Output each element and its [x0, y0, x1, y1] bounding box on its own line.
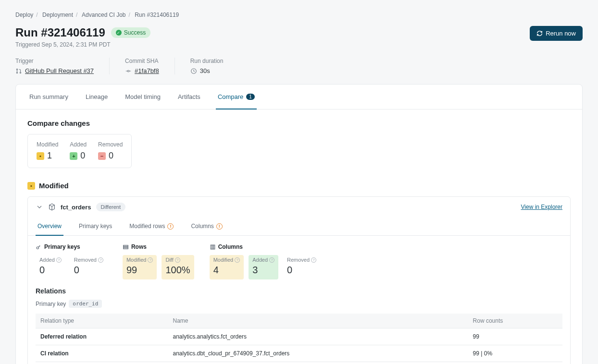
page-title: Run #321406119 [15, 26, 105, 39]
svg-rect-11 [213, 245, 214, 249]
summary-removed-label: Removed [98, 141, 123, 148]
trigger-label: Trigger [15, 58, 94, 64]
refresh-icon [536, 30, 543, 36]
breadcrumb: Deploy/ Deployment/ Advanced CI Job/ Run… [15, 12, 583, 18]
removed-icon: − [98, 152, 106, 160]
help-icon[interactable]: ? [311, 257, 316, 263]
rows-group-title: Rows [131, 243, 147, 250]
commit-link[interactable]: #1fa7bf8 [135, 67, 159, 74]
chevron-down-icon[interactable] [36, 203, 43, 211]
compare-count-badge: 1 [246, 94, 255, 100]
pk-removed-value: 0 [74, 265, 103, 276]
inner-tab-primary-keys[interactable]: Primary keys [77, 217, 114, 235]
modified-icon: • [37, 152, 44, 160]
svg-point-5 [37, 246, 38, 248]
crumb-deploy[interactable]: Deploy [15, 12, 33, 18]
svg-rect-6 [124, 245, 128, 246]
inner-tab-overview[interactable]: Overview [36, 217, 63, 235]
diff-pill: Different [96, 203, 125, 211]
crumb-deployment[interactable]: Deployment [42, 12, 73, 18]
help-icon[interactable]: ? [269, 257, 274, 263]
table-row: CI relation analytics.dbt_cloud_pr_67490… [36, 345, 562, 362]
clock-icon [190, 68, 197, 74]
model-tabs: Overview Primary keys Modified rows ! Co… [28, 217, 570, 236]
table-row: Deferred relation analytics.analytics.fc… [36, 328, 562, 345]
commit-icon [125, 68, 132, 74]
th-name: Name [168, 314, 468, 328]
svg-rect-10 [212, 245, 213, 249]
crumb-run: Run #321406119 [135, 12, 179, 18]
help-icon[interactable]: ? [98, 257, 103, 263]
view-in-explorer-link[interactable]: View in Explorer [521, 204, 562, 210]
crumb-job[interactable]: Advanced CI Job [82, 12, 125, 18]
rerun-button[interactable]: Rerun now [530, 26, 583, 41]
status-badge: ✓ Success [111, 27, 150, 38]
model-name: fct_orders [61, 204, 91, 211]
summary-added-value: 0 [80, 151, 85, 161]
cols-removed-value: 0 [287, 265, 316, 276]
help-icon[interactable]: ? [148, 257, 153, 263]
inner-tab-modified-rows[interactable]: Modified rows ! [127, 217, 175, 235]
tab-artifacts[interactable]: Artifacts [176, 85, 202, 109]
pk-added-value: 0 [39, 265, 62, 276]
page-tabs: Run summary Lineage Model timing Artifac… [16, 85, 582, 109]
pk-label: Primary key [36, 301, 66, 307]
svg-rect-9 [211, 245, 212, 249]
summary-added-label: Added [70, 141, 87, 148]
modified-section-header: • Modified [27, 182, 571, 190]
modified-icon: • [27, 182, 35, 190]
triggered-text: Triggered Sep 5, 2024, 2:31 PM PDT [15, 41, 150, 48]
pull-request-icon [15, 68, 22, 74]
summary-modified-value: 1 [47, 151, 52, 161]
duration-value: 30s [200, 67, 210, 74]
warning-icon: ! [216, 223, 223, 230]
meta-row: Trigger GitHub Pull Request #37 Commit S… [15, 58, 583, 74]
cols-group-title: Columns [218, 243, 243, 250]
cols-modified-value: 4 [213, 265, 240, 276]
tab-compare[interactable]: Compare 1 [216, 85, 257, 109]
duration-label: Run duration [190, 58, 224, 64]
columns-icon [210, 244, 216, 250]
model-icon [48, 203, 56, 211]
added-icon: + [70, 152, 77, 160]
svg-rect-7 [124, 246, 128, 247]
rows-modified-value: 99 [126, 265, 153, 276]
check-icon: ✓ [116, 30, 122, 36]
warning-icon: ! [167, 223, 174, 230]
rows-icon [123, 244, 129, 250]
key-icon [36, 244, 42, 250]
th-relation-type: Relation type [36, 314, 168, 328]
help-icon[interactable]: ? [175, 257, 180, 263]
summary-removed-value: 0 [109, 151, 113, 161]
th-row-counts: Row counts [468, 314, 562, 328]
commit-label: Commit SHA [125, 58, 159, 64]
relations-title: Relations [36, 287, 562, 295]
model-card: fct_orders Different View in Explorer Ov… [27, 196, 571, 364]
help-icon[interactable]: ? [56, 257, 62, 263]
svg-point-3 [127, 70, 129, 72]
help-icon[interactable]: ? [235, 257, 240, 263]
summary-modified-label: Modified [37, 141, 58, 148]
cols-added-value: 3 [252, 265, 274, 276]
inner-tab-columns[interactable]: Columns ! [189, 217, 224, 235]
compare-title: Compare changes [27, 119, 571, 127]
svg-rect-8 [124, 248, 128, 249]
svg-point-0 [16, 69, 17, 70]
svg-point-2 [20, 72, 21, 73]
pk-group-title: Primary keys [44, 243, 80, 250]
tab-lineage[interactable]: Lineage [84, 85, 110, 109]
svg-point-1 [16, 72, 17, 73]
tab-run-summary[interactable]: Run summary [27, 85, 70, 109]
rows-diff-value: 100% [165, 265, 190, 276]
tab-model-timing[interactable]: Model timing [123, 85, 162, 109]
relations-table: Relation type Name Row counts Deferred r… [36, 314, 562, 362]
pk-chip: order_id [69, 300, 102, 308]
trigger-link[interactable]: GitHub Pull Request #37 [25, 67, 94, 74]
summary-box: Modified • 1 Added + 0 Removed [27, 134, 132, 168]
